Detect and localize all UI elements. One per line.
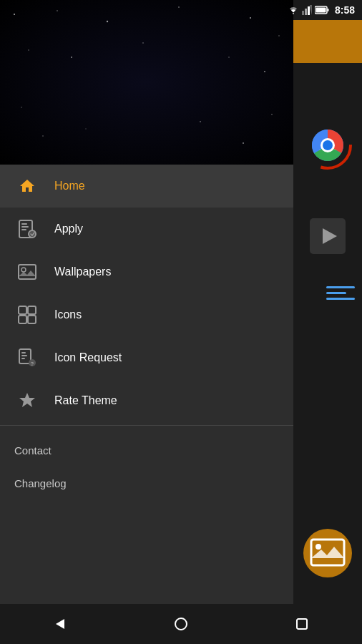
contact-label: Contact [14,444,52,457]
svg-point-33 [107,21,108,22]
svg-point-37 [28,49,29,51]
apply-label: Apply [54,223,83,235]
svg-point-23 [315,544,321,550]
svg-rect-26 [308,6,310,15]
back-button[interactable] [42,606,78,642]
battery-icon [315,6,329,14]
svg-rect-24 [302,11,304,15]
drawer-header [0,0,293,165]
menu-item-changelog[interactable]: Changelog [0,467,293,500]
svg-marker-27 [310,5,312,15]
secondary-menu: Contact Changelog [0,429,293,506]
svg-rect-63 [19,306,26,314]
line3 [326,298,355,300]
svg-point-42 [21,107,21,107]
drawer-header-bg [0,0,293,165]
svg-rect-70 [21,358,25,359]
line1 [326,286,355,288]
svg-marker-74 [56,619,64,629]
svg-rect-59 [21,229,26,230]
line2 [326,292,346,294]
star-icon [14,388,40,414]
svg-rect-68 [21,352,26,353]
icons-icon [14,302,40,328]
svg-point-39 [142,42,144,44]
changelog-label: Changelog [14,477,67,489]
svg-point-36 [278,35,279,36]
svg-point-43 [271,114,273,115]
menu-divider [0,425,293,426]
home-button[interactable] [163,606,199,642]
menu-item-contact[interactable]: Contact [0,434,293,467]
svg-rect-25 [305,9,307,15]
status-time: 8:58 [335,4,355,16]
svg-rect-57 [21,223,27,225]
svg-rect-64 [28,306,36,314]
menu-item-apply[interactable]: Apply [0,208,293,250]
home-label: Home [54,180,85,192]
svg-text:?: ? [31,361,34,367]
svg-point-41 [264,71,265,72]
svg-rect-58 [21,226,29,228]
chrome-icon-area [297,114,358,176]
menu-item-icon-request[interactable]: ? Icon Request [0,336,293,379]
svg-point-18 [323,140,333,150]
orange-bar [293,20,362,63]
drawer-menu: Home Apply [0,165,293,615]
menu-item-rate-theme[interactable]: Rate Theme [0,379,293,422]
icons-label: Icons [54,308,82,321]
navigation-drawer: Home Apply [0,0,293,615]
menu-item-icons[interactable]: Icons [0,293,293,336]
svg-marker-73 [19,393,35,407]
svg-point-46 [85,128,86,129]
gallery-icon-area [297,522,358,584]
play-icon-area [299,208,356,265]
svg-rect-29 [327,9,328,11]
signal-icon [302,5,312,15]
icon-request-label: Icon Request [54,351,122,364]
navigation-bar [0,604,362,644]
svg-rect-76 [297,619,307,629]
svg-rect-66 [28,316,36,323]
svg-point-40 [228,57,230,58]
wallpapers-label: Wallpapers [54,265,111,278]
svg-rect-61 [19,265,36,279]
icon-request-icon: ? [14,345,40,371]
status-icons: 8:58 [288,4,355,16]
home-icon [14,173,40,199]
svg-point-45 [243,142,244,144]
svg-point-75 [175,618,187,630]
wifi-icon [288,5,299,15]
menu-item-wallpapers[interactable]: Wallpapers [0,250,293,293]
hamburger-lines [323,283,358,304]
svg-rect-65 [19,316,26,323]
menu-item-home[interactable]: Home [0,165,293,208]
status-bar: 8:58 [0,0,362,20]
rate-theme-label: Rate Theme [54,394,117,407]
svg-point-47 [200,121,201,122]
svg-rect-30 [315,8,326,13]
svg-point-60 [29,230,36,238]
svg-rect-69 [21,355,27,356]
recents-button[interactable] [284,606,320,642]
svg-point-44 [42,135,44,137]
apply-icon [14,216,40,242]
svg-point-62 [21,268,26,272]
svg-point-38 [71,57,72,58]
wallpapers-icon [14,259,40,285]
